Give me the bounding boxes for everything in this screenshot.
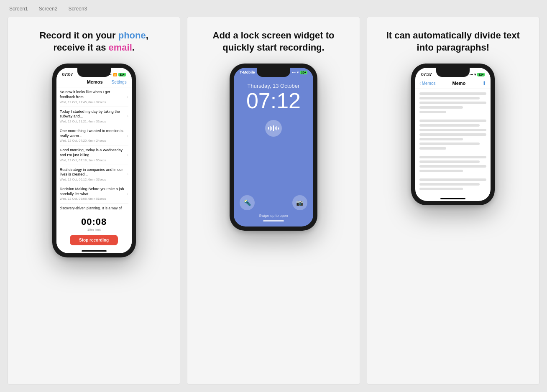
text-line xyxy=(419,165,486,168)
text-line xyxy=(419,120,486,122)
tab-screen1[interactable]: Screen1 xyxy=(4,4,33,13)
lock-signal: ▪▪▪ xyxy=(292,71,296,74)
recording-area: 00:08 10m limit Stop recording xyxy=(56,213,132,248)
screen3-panel: It can automatically divide text into pa… xyxy=(367,17,539,384)
screen2-headline-text: Add a lock screen widget to quickly star… xyxy=(213,30,335,53)
flashlight-button[interactable]: 🔦 xyxy=(240,195,255,210)
memo-item-title-4: Real strategy in companies and in our li… xyxy=(60,168,125,177)
iphone2-screen: T-Mobile ▪▪▪ ▾ 35+ Thursday, 13 October … xyxy=(234,68,313,227)
memo-item-title-3: Good morning, today is a Wednesday and I… xyxy=(60,148,125,158)
text-line xyxy=(419,124,480,127)
memo-detail-nav: ‹ Memos Memo ⬆ xyxy=(415,79,491,89)
chevron-5: › xyxy=(127,192,128,196)
wifi-3: ▾ xyxy=(474,73,476,76)
memo-item-sub-3: Wed, 12 Oct, 07:18, 1min 56secs xyxy=(60,158,125,162)
iphone1-mockup: 07:07 ▪▪▪ 📶 31+ Memos Settings xyxy=(52,64,136,257)
tab-screen3[interactable]: Screen3 xyxy=(63,4,92,13)
screen3-headline-text: It can automatically divide text into pa… xyxy=(386,30,520,53)
text-line xyxy=(419,92,486,95)
text-line xyxy=(419,156,486,158)
iphone2-notch xyxy=(257,68,290,77)
memo-item-0[interactable]: So now it looks like when I get feedback… xyxy=(60,87,128,107)
screen3-headline: It can automatically divide text into pa… xyxy=(382,30,524,53)
back-label: Memos xyxy=(422,81,436,86)
text-line xyxy=(419,143,480,145)
iphone1-screen: 07:07 ▪▪▪ 📶 31+ Memos Settings xyxy=(56,68,132,253)
screen1-headline: Record it on your phone, receive it as e… xyxy=(23,30,165,53)
text-line xyxy=(419,170,463,172)
swipe-label: Swipe up to open xyxy=(259,214,288,218)
share-button[interactable]: ⬆ xyxy=(482,80,486,86)
paragraph-break xyxy=(419,152,486,156)
text-line xyxy=(419,147,446,150)
lock-wifi: ▾ xyxy=(297,71,299,74)
chevron-2: › xyxy=(127,134,128,138)
tab-screen2[interactable]: Screen2 xyxy=(34,4,63,13)
lock-home-indicator xyxy=(263,220,284,221)
memo-item-5[interactable]: Decision Making Before you take a job ca… xyxy=(60,184,128,204)
memo-item-title-1: Today I started my day by taking the sub… xyxy=(60,109,125,119)
text-line xyxy=(419,102,486,104)
text-line xyxy=(419,97,480,99)
stop-recording-button[interactable]: Stop recording xyxy=(70,235,118,245)
memos-settings[interactable]: Settings xyxy=(112,80,127,84)
lock-bottom: 🔦 📷 Swipe up to open xyxy=(234,195,313,227)
chevron-1: › xyxy=(127,114,128,118)
chevron-4: › xyxy=(127,172,128,176)
iphone3-mockup: 07:37 ▪▪▪ ▾ 32+ ‹ Memos Memo ⬆ xyxy=(411,64,495,205)
iphone1-notch xyxy=(77,68,111,77)
home-indicator-3 xyxy=(440,198,465,199)
tab-bar: Screen1 Screen2 Screen3 xyxy=(0,0,547,13)
memo-text-content xyxy=(415,89,491,196)
back-chevron-icon: ‹ xyxy=(419,81,421,86)
iphone3-screen: 07:37 ▪▪▪ ▾ 32+ ‹ Memos Memo ⬆ xyxy=(415,68,491,201)
text-line xyxy=(419,111,446,113)
chevron-3: › xyxy=(127,153,128,157)
headline-end: . xyxy=(132,42,135,53)
text-line xyxy=(419,188,463,190)
iphone2-mockup: T-Mobile ▪▪▪ ▾ 35+ Thursday, 13 October … xyxy=(230,64,317,231)
screens-wrapper: Record it on your phone, receive it as e… xyxy=(0,13,547,392)
carrier: T-Mobile xyxy=(240,70,255,74)
status-time-1: 07:07 xyxy=(62,72,73,77)
chevron-0: › xyxy=(127,95,128,99)
headline-text1: Record it on your xyxy=(39,30,118,41)
memo-item-title-2: One more thing I wanted to mention is re… xyxy=(60,129,125,138)
memo-item-title-0: So now it looks like when I get feedback… xyxy=(60,90,125,99)
memo-item-content-1: Today I started my day by taking the sub… xyxy=(60,109,125,123)
memo-item-content-2: One more thing I wanted to mention is re… xyxy=(60,129,125,143)
memo-item-content-5: Decision Making Before you take a job ca… xyxy=(60,187,125,201)
status-icons-1: ▪▪▪ 📶 31+ xyxy=(108,73,125,76)
text-line xyxy=(419,133,486,136)
text-line xyxy=(419,160,480,163)
waveform-icon xyxy=(268,125,279,131)
lock-screen: T-Mobile ▪▪▪ ▾ 35+ Thursday, 13 October … xyxy=(234,68,313,227)
recording-limit: 10m limit xyxy=(87,228,101,232)
lock-time: 07:12 xyxy=(246,90,301,112)
text-line xyxy=(419,183,480,186)
signal-3: ▪▪▪ xyxy=(470,73,473,76)
recording-timer: 00:08 xyxy=(81,216,107,227)
headline-blue: phone xyxy=(118,30,146,41)
memo-list: So now it looks like when I get feedback… xyxy=(56,87,132,204)
wifi-icon: 📶 xyxy=(113,73,117,76)
memo-item-2[interactable]: One more thing I wanted to mention is re… xyxy=(60,126,128,145)
memo-item-sub-2: Wed, 12 Oct, 07:20, 0min 24secs xyxy=(60,139,125,143)
lock-battery: 35+ xyxy=(300,71,307,74)
memo-item-content-0: So now it looks like when I get feedback… xyxy=(60,90,125,104)
lock-widget[interactable] xyxy=(265,120,282,137)
back-button[interactable]: ‹ Memos xyxy=(419,81,435,86)
memo-item-sub-1: Wed, 12 Oct, 21:21, 4min 32secs xyxy=(60,120,125,123)
memo-item-4[interactable]: Real strategy in companies and in our li… xyxy=(60,165,128,184)
screen2-panel: Add a lock screen widget to quickly star… xyxy=(187,17,360,384)
camera-button[interactable]: 📷 xyxy=(292,195,307,210)
memo-item-sub-5: Wed, 12 Oct, 06:08, 0min 51secs xyxy=(60,197,125,201)
lock-actions: 🔦 📷 xyxy=(240,195,307,210)
text-line xyxy=(419,178,486,181)
text-line xyxy=(419,138,463,140)
memo-item-3[interactable]: Good morning, today is a Wednesday and I… xyxy=(60,145,128,165)
iphone3-notch xyxy=(436,68,470,77)
paragraph-break xyxy=(419,115,486,120)
memo-preview: discovery-driven planning. It is a way o… xyxy=(56,204,132,213)
memo-item-1[interactable]: Today I started my day by taking the sub… xyxy=(60,107,128,126)
